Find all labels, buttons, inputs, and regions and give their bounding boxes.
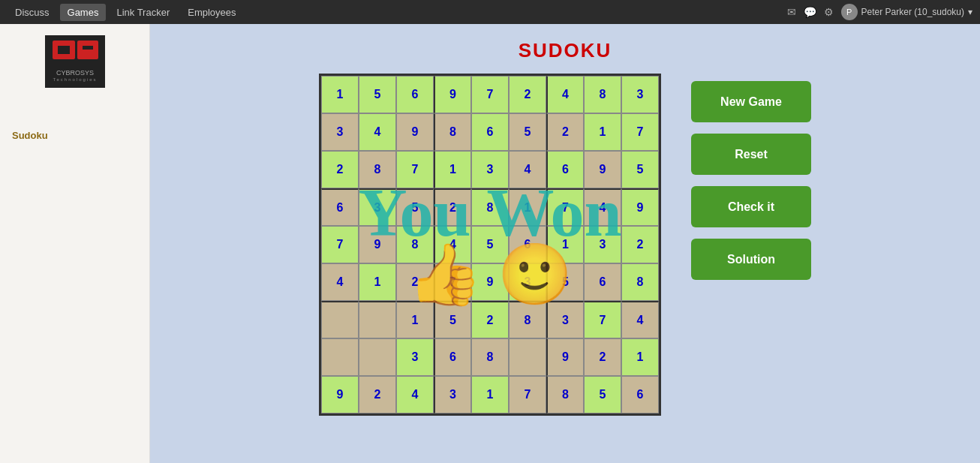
table-row: 6: [546, 151, 584, 188]
table-row: 4: [546, 76, 584, 113]
table-row: 4: [584, 188, 621, 226]
table-row: 7: [321, 226, 359, 263]
table-row: 2: [584, 338, 621, 376]
table-row: 4: [359, 113, 396, 151]
table-row: 8: [471, 338, 509, 376]
table-row: 1: [321, 76, 359, 113]
table-row: 8: [621, 263, 659, 301]
table-row: 4: [396, 376, 434, 413]
table-row: 9: [621, 188, 659, 226]
user-menu[interactable]: P Peter Parker (10_sudoku) ▾: [841, 4, 972, 20]
table-row: 5: [621, 151, 659, 188]
solution-button[interactable]: Solution: [691, 239, 811, 280]
svg-rect-5: [83, 50, 93, 54]
navbar: Discuss Games Link Tracker Employees ✉ 💬…: [0, 0, 980, 24]
table-row: 7: [509, 376, 546, 413]
table-row: 6: [584, 263, 621, 301]
table-row: [321, 301, 359, 338]
table-row: 6: [434, 338, 471, 376]
sudoku-container: 1569724833498652172871346956352817497984…: [319, 74, 661, 416]
table-row: 4: [434, 226, 471, 263]
svg-rect-2: [58, 46, 70, 54]
chevron-down-icon: ▾: [968, 7, 972, 17]
nav-employees[interactable]: Employees: [180, 4, 243, 21]
table-row: 7: [584, 301, 621, 338]
table-row: 3: [359, 188, 396, 226]
table-row: 1: [434, 151, 471, 188]
table-row: 8: [359, 151, 396, 188]
table-row: 3: [509, 263, 546, 301]
table-row: 3: [321, 113, 359, 151]
table-row: 3: [546, 301, 584, 338]
notification-icon[interactable]: ✉: [787, 6, 796, 18]
table-row: 1: [471, 376, 509, 413]
table-row: 5: [396, 188, 434, 226]
username: Peter Parker (10_sudoku): [861, 7, 964, 17]
table-row: 6: [396, 76, 434, 113]
buttons-panel: New Game Reset Check it Solution: [691, 81, 811, 280]
table-row: 7: [621, 113, 659, 151]
table-row: 8: [396, 226, 434, 263]
main-layout: CYBROSYS Technologies Sudoku SUDOKU 1569…: [0, 24, 980, 463]
table-row: 2: [621, 226, 659, 263]
svg-text:Technologies: Technologies: [53, 77, 97, 82]
table-row: 3: [396, 338, 434, 376]
table-row: 4: [509, 151, 546, 188]
table-row: [359, 301, 396, 338]
table-row: 5: [546, 263, 584, 301]
check-it-button[interactable]: Check it: [691, 186, 811, 227]
reset-button[interactable]: Reset: [691, 134, 811, 175]
table-row: 9: [396, 113, 434, 151]
table-row: 1: [509, 188, 546, 226]
table-row: 1: [359, 263, 396, 301]
table-row: 8: [509, 301, 546, 338]
table-row: 2: [396, 263, 434, 301]
new-game-button[interactable]: New Game: [691, 81, 811, 122]
table-row: 2: [471, 301, 509, 338]
table-row: 2: [434, 188, 471, 226]
table-row: 1: [396, 301, 434, 338]
nav-discuss[interactable]: Discuss: [8, 4, 57, 21]
table-row: 5: [584, 376, 621, 413]
avatar: P: [841, 4, 858, 20]
table-row: 4: [621, 301, 659, 338]
table-row: 3: [584, 226, 621, 263]
table-row: [509, 338, 546, 376]
apps-icon[interactable]: ⚙: [824, 6, 834, 18]
table-row: 1: [584, 113, 621, 151]
nav-games[interactable]: Games: [60, 4, 107, 21]
table-row: 6: [509, 226, 546, 263]
table-row: 2: [359, 376, 396, 413]
table-row: 9: [584, 151, 621, 188]
chat-icon[interactable]: 💬: [804, 6, 816, 18]
table-row: 7: [471, 76, 509, 113]
table-row: 1: [546, 226, 584, 263]
table-row: [359, 338, 396, 376]
table-row: 5: [434, 301, 471, 338]
svg-text:CYBROSYS: CYBROSYS: [56, 69, 93, 77]
table-row: 5: [509, 113, 546, 151]
table-row: 9: [471, 263, 509, 301]
table-row: 8: [546, 376, 584, 413]
table-row: 6: [321, 188, 359, 226]
table-row: [321, 338, 359, 376]
sidebar-menu: Sudoku: [0, 118, 149, 153]
table-row: 2: [321, 151, 359, 188]
table-row: 7: [434, 263, 471, 301]
table-row: 8: [471, 188, 509, 226]
table-row: 1: [621, 338, 659, 376]
table-row: 8: [434, 113, 471, 151]
table-row: 5: [359, 76, 396, 113]
table-row: 4: [321, 263, 359, 301]
sidebar-item-sudoku[interactable]: Sudoku: [0, 125, 149, 146]
table-row: 3: [434, 376, 471, 413]
table-row: 9: [546, 338, 584, 376]
table-row: 9: [434, 76, 471, 113]
sidebar: CYBROSYS Technologies Sudoku: [0, 24, 150, 463]
sudoku-grid: 1569724833498652172871346956352817497984…: [319, 74, 661, 416]
table-row: 5: [471, 226, 509, 263]
page-title: SUDOKU: [519, 39, 612, 62]
table-row: 3: [471, 151, 509, 188]
table-row: 9: [359, 226, 396, 263]
nav-link-tracker[interactable]: Link Tracker: [109, 4, 177, 21]
